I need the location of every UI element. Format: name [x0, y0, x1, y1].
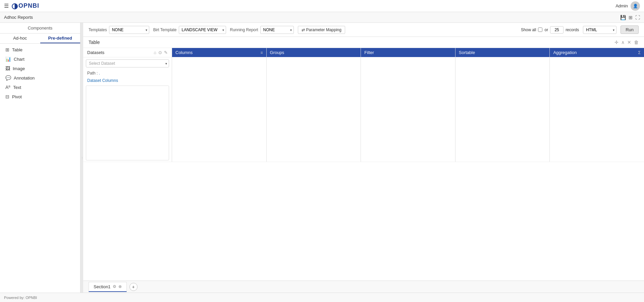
page-title: Adhoc Reports	[4, 15, 33, 20]
sidebar-item-image[interactable]: 🖼 Image	[0, 64, 80, 73]
delete-icon[interactable]: ✕	[627, 40, 631, 45]
table-section-header: Table ✛ ∧ ✕ 🗑	[83, 37, 644, 48]
dataset-columns-label[interactable]: Dataset Columns	[83, 77, 172, 84]
parameter-mapping-label: Parameter Mapping	[306, 28, 341, 32]
sidebar-item-label-annotation: Annotation	[14, 76, 35, 81]
save-icon[interactable]: 💾	[620, 15, 626, 20]
section-tab-label: Section1	[94, 284, 111, 289]
main-layout: Components Ad-hoc Pre-defined ⊞ Table 📊 …	[0, 23, 644, 293]
table-icon: ⊞	[5, 47, 9, 52]
sidebar-item-annotation[interactable]: 💬 Annotation	[0, 73, 80, 83]
col-body-sortable	[455, 57, 550, 162]
help-icon[interactable]: ⊙	[158, 50, 162, 55]
parameter-mapping-button[interactable]: ⇄ Parameter Mapping	[298, 26, 345, 34]
section-tabs: Section1 ⚙ ⊗ +	[83, 281, 644, 293]
path-row: Path : .	[83, 69, 172, 77]
col-body-aggregation	[550, 57, 644, 162]
table-section-icons: ✛ ∧ ✕ 🗑	[614, 40, 639, 45]
col-section-sortable: Sortable	[455, 48, 550, 162]
admin-label: Admin	[615, 3, 628, 8]
sidebar: Components Ad-hoc Pre-defined ⊞ Table 📊 …	[0, 23, 80, 293]
dataset-select[interactable]: Select Dataset	[86, 59, 169, 67]
table-section-title: Table	[89, 40, 100, 45]
chart-icon: 📊	[5, 56, 11, 62]
sidebar-item-table[interactable]: ⊞ Table	[0, 45, 80, 54]
templates-group: Templates NONE ▾	[89, 26, 149, 34]
home-icon[interactable]: ⌂	[154, 50, 156, 55]
col-header-groups-label: Groups	[270, 50, 284, 55]
annotation-icon: 💬	[5, 75, 11, 81]
col-header-groups: Groups	[267, 48, 361, 57]
birt-template-group: Birt Template LANDSCAPE VIEW ▾	[153, 26, 226, 34]
trash-icon[interactable]: 🗑	[634, 40, 639, 45]
text-icon: Aᴮ	[5, 85, 10, 90]
col-body-filter	[361, 57, 455, 162]
hamburger-icon[interactable]: ☰	[4, 3, 9, 9]
sidebar-item-pivot[interactable]: ⊟ Pivot	[0, 92, 80, 101]
col-header-columns-label: Columns	[175, 50, 193, 55]
or-label: or	[544, 28, 548, 32]
format-select[interactable]: HTML	[583, 26, 616, 34]
grid-icon[interactable]: ⊞	[629, 15, 633, 20]
sidebar-item-text[interactable]: Aᴮ Text	[0, 83, 80, 92]
templates-label: Templates	[89, 28, 107, 32]
col-header-aggregation: Aggregation Σ	[550, 48, 644, 57]
records-input[interactable]	[550, 26, 564, 34]
close-section-icon[interactable]: ⊗	[118, 284, 122, 289]
logo-text: OPNBI	[18, 2, 39, 9]
edit-icon[interactable]: ✎	[164, 50, 168, 55]
up-icon[interactable]: ∧	[621, 40, 625, 45]
parameter-mapping-icon: ⇄	[302, 28, 305, 32]
sidebar-items: ⊞ Table 📊 Chart 🖼 Image 💬 Annotation Aᴮ …	[0, 44, 80, 103]
pivot-icon: ⊟	[5, 94, 9, 99]
datasets-title: Datasets	[87, 50, 104, 55]
templates-select[interactable]: NONE	[109, 26, 149, 34]
datasets-header: Datasets ⌂ ⊙ ✎	[83, 48, 172, 57]
col-section-filter: Filter	[361, 48, 455, 162]
col-header-filter: Filter	[361, 48, 455, 57]
resize-dots-icon: ⋮	[81, 156, 83, 159]
dataset-columns-box	[86, 86, 169, 160]
datasets-icons: ⌂ ⊙ ✎	[154, 50, 168, 55]
col-header-sortable-label: Sortable	[459, 50, 475, 55]
col-section-groups: Groups	[267, 48, 361, 162]
col-header-columns: Columns ≡	[172, 48, 266, 57]
show-all-label: Show all	[521, 28, 536, 32]
settings-icon[interactable]: ⚙	[113, 284, 116, 289]
list-icon[interactable]: ≡	[261, 50, 263, 55]
path-label: Path	[87, 71, 96, 76]
toolbar: Templates NONE ▾ Birt Template LANDSCAPE…	[83, 23, 644, 37]
columns-area: Columns ≡ Groups	[172, 48, 644, 162]
section-tab-section1[interactable]: Section1 ⚙ ⊗	[89, 282, 127, 292]
sidebar-item-label-image: Image	[13, 66, 25, 71]
birt-template-label: Birt Template	[153, 28, 177, 32]
logo: ◑ OPNBI	[11, 2, 39, 10]
move-icon[interactable]: ✛	[614, 40, 619, 45]
title-bar: Adhoc Reports 💾 ⊞ ⛶	[0, 12, 644, 23]
sidebar-tabs: Ad-hoc Pre-defined	[0, 34, 80, 44]
sidebar-item-label-pivot: Pivot	[12, 94, 22, 99]
resize-handle[interactable]: ⋮	[80, 23, 83, 293]
tab-predefined[interactable]: Pre-defined	[40, 34, 80, 43]
path-link[interactable]: .	[99, 71, 100, 76]
nav-right: Admin 👤	[615, 1, 640, 11]
col-header-filter-label: Filter	[364, 50, 374, 55]
running-report-select[interactable]: NONE	[260, 26, 294, 34]
records-label: records	[566, 28, 579, 32]
col-body-columns	[172, 57, 266, 162]
run-button[interactable]: Run	[621, 26, 639, 34]
sidebar-item-chart[interactable]: 📊 Chart	[0, 54, 80, 64]
footer: Powered by: OPNBI	[0, 293, 644, 302]
show-all-checkbox[interactable]	[538, 28, 542, 32]
avatar[interactable]: 👤	[631, 1, 640, 11]
datasets-col: Datasets ⌂ ⊙ ✎ Select Dataset ▾	[83, 48, 172, 162]
expand-icon[interactable]: ⛶	[635, 15, 640, 20]
format-select-wrapper: HTML ▾	[583, 26, 616, 34]
content-area: Templates NONE ▾ Birt Template LANDSCAPE…	[83, 23, 644, 293]
birt-template-select[interactable]: LANDSCAPE VIEW	[179, 26, 226, 34]
tab-adhoc[interactable]: Ad-hoc	[0, 34, 40, 43]
title-bar-icons: 💾 ⊞ ⛶	[620, 15, 640, 20]
add-section-button[interactable]: +	[129, 283, 138, 291]
sidebar-item-label-table: Table	[12, 47, 22, 52]
col-body-groups	[267, 57, 361, 162]
